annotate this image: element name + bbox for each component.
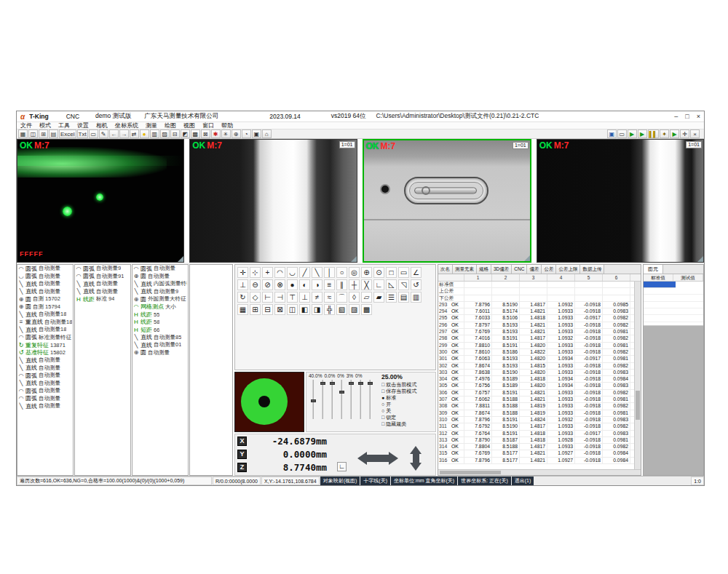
menu-item[interactable]: 测量 [142, 122, 161, 129]
tool-icon[interactable]: ◎ [349, 267, 360, 278]
light-option[interactable]: □ 锁定 [381, 414, 433, 420]
table-row[interactable]: 310OK 7.8796 8.5191 1.4824 1.0932 -0.091… [438, 417, 641, 423]
column-header[interactable]: 2 [492, 274, 520, 281]
toolbar-icon[interactable]: ← [109, 129, 119, 138]
toolbar-icon[interactable]: ▣ [252, 129, 261, 138]
table-row[interactable]: 296OK 7.8797 8.5193 1.4821 1.0933 -0.091… [438, 322, 641, 329]
tool-icon[interactable]: ╲ [312, 267, 323, 278]
angle-button[interactable]: ∟ [337, 462, 347, 471]
list-item[interactable]: ◠ 圆弧 自动测量91 [75, 273, 130, 281]
list-item[interactable]: ╲ 直线 自动测量 [17, 402, 73, 410]
menu-item[interactable]: 窗口 [199, 122, 218, 129]
column-header[interactable]: 5 [575, 274, 603, 281]
toolbar-icon[interactable]: ▶ [670, 129, 679, 138]
menu-item[interactable]: 绘图 [161, 122, 180, 129]
status-toggle[interactable]: 世界坐标系: 正在(关) [458, 477, 511, 485]
light-option[interactable]: ● 标准 [381, 394, 433, 401]
list-item[interactable]: ╲ 直线 自动测量 [17, 356, 73, 364]
slider-thumb[interactable] [358, 382, 363, 385]
table-row[interactable]: 302OK 7.8674 8.5193 1.4815 1.0933 -0.091… [438, 363, 641, 370]
tool-icon[interactable]: ⊣ [274, 292, 285, 303]
jog-horizontal-arrow[interactable] [357, 452, 398, 465]
table-row[interactable]: 314OK 7.8804 8.5188 1.4817 1.0933 -0.091… [438, 444, 641, 450]
tool-icon[interactable]: ▤ [398, 292, 409, 303]
tool-icon[interactable]: ⊥ [237, 279, 248, 290]
table-row[interactable]: 300OK 7.8610 8.5186 1.4822 1.0933 -0.091… [438, 349, 641, 356]
resize-grip[interactable] [351, 256, 357, 262]
table-row[interactable]: 304OK 7.4976 8.5189 1.4818 1.0934 -0.091… [438, 376, 641, 383]
toolbar-icon[interactable]: ✎ [99, 129, 108, 138]
tool-icon[interactable]: ⊞ [250, 304, 261, 315]
status-toggle[interactable]: 十字线(关) [360, 477, 390, 485]
table-row[interactable]: 305OK 7.6756 8.5189 1.4820 1.0934 -0.091… [438, 383, 641, 389]
scrollbar-thumb[interactable] [636, 391, 640, 420]
list-item[interactable]: H 短距 66 [132, 326, 188, 334]
toolbar-icon[interactable]: × [690, 129, 700, 138]
table-row[interactable]: 293OK 7.8796 8.5190 1.4817 1.0932 -0.091… [438, 302, 641, 308]
tool-icon[interactable]: ⊕ [361, 267, 372, 278]
toolbar-icon[interactable]: ◩ [181, 129, 190, 138]
list-item[interactable]: ◠ 圆弧 自动测量 [17, 372, 73, 380]
tool-icon[interactable]: ◡ [287, 267, 298, 278]
scrollbar-thumb[interactable] [440, 471, 501, 474]
table-row[interactable]: 下公差 [438, 295, 641, 302]
toolbar-icon[interactable]: ⊕ [232, 129, 241, 138]
slider-thumb[interactable] [311, 399, 316, 402]
tool-icon[interactable]: ⊢ [262, 292, 273, 303]
table-row[interactable]: 316OK 7.8796 8.5177 1.4821 1.0927 -0.091… [438, 458, 641, 464]
light-slider[interactable] [368, 380, 373, 419]
list-item[interactable]: ◠ 圆弧 标准测量特征 [17, 334, 73, 342]
light-slider[interactable] [339, 380, 344, 419]
light-slider[interactable] [320, 380, 325, 419]
table-row[interactable]: 307OK 7.6062 8.5188 1.4821 1.0933 -0.091… [438, 396, 641, 403]
column-header[interactable]: 3 [520, 274, 547, 281]
tool-icon[interactable]: ▰ [373, 292, 384, 303]
tool-icon[interactable]: □ [386, 267, 397, 278]
selected-cell-highlight[interactable] [644, 282, 676, 288]
toolbar-icon[interactable]: ▭ [617, 129, 627, 138]
ring-light-preview[interactable] [234, 372, 304, 432]
toolbar-icon[interactable]: → [119, 129, 129, 138]
toolbar-icon[interactable]: ⊟ [170, 129, 180, 138]
tool-icon[interactable]: ◐ [299, 279, 310, 290]
tool-icon[interactable]: ☰ [386, 292, 397, 303]
tool-icon[interactable]: ⊙ [373, 267, 384, 278]
light-option[interactable]: □ 保存当前模式 [381, 388, 433, 394]
light-option[interactable]: ○ 开 [381, 401, 433, 407]
toolbar-icon[interactable]: ▭ [89, 129, 98, 138]
tool-icon[interactable]: ▥ [411, 292, 422, 303]
tool-icon[interactable]: ⌒ [336, 292, 347, 303]
table-tab[interactable]: 3D偏差 [491, 265, 512, 274]
table-row[interactable]: 313OK 7.8790 8.5187 1.4818 1.0928 -0.091… [438, 437, 641, 444]
tool-icon[interactable]: ⊤ [287, 292, 298, 303]
table-row[interactable]: 294OK 7.6011 8.5174 1.4821 1.0933 -0.091… [438, 308, 641, 315]
menu-item[interactable]: 文件 [17, 122, 36, 129]
list-item[interactable]: ╲ 直线 自动测量18 [17, 311, 73, 319]
tool-icon[interactable]: ╱ [299, 267, 310, 278]
resize-grip[interactable] [697, 256, 703, 262]
list-item[interactable]: ╲ 直线 自动测量 [17, 280, 73, 288]
table-tab[interactable]: 数据上传 [580, 265, 604, 274]
table-tab[interactable]: 公差 [542, 265, 556, 274]
tool-icon[interactable]: ⊟ [262, 304, 273, 315]
tool-icon[interactable]: ⊖ [250, 279, 261, 290]
light-slider[interactable] [349, 380, 354, 419]
table-row[interactable]: 308OK 7.8811 8.5188 1.4819 1.0933 -0.091… [438, 403, 641, 410]
list-item[interactable]: ╲ 直线 自动测量 [17, 380, 73, 388]
list-item[interactable]: ◠ 圆弧 自动测量 [17, 395, 73, 403]
tool-icon[interactable]: ◧ [299, 304, 310, 315]
column-header[interactable]: 6 [603, 274, 630, 281]
slider-thumb[interactable] [368, 382, 373, 385]
toolbar-icon[interactable]: ◫ [28, 129, 38, 138]
table-tab[interactable]: CNC [512, 265, 527, 274]
tool-icon[interactable]: ◫ [287, 304, 298, 315]
tool-icon[interactable]: ⊘ [262, 279, 273, 290]
menu-item[interactable]: 视图 [180, 122, 199, 129]
tool-icon[interactable]: ↻ [237, 292, 248, 303]
jog-vertical-arrow[interactable] [410, 446, 422, 471]
tool-icon[interactable]: ● [287, 279, 298, 290]
list-item[interactable]: ╲ 直线 自动测量18 [17, 326, 73, 334]
status-toggle[interactable]: 退出(1) [512, 477, 534, 485]
list-item[interactable]: ╲ 直线 自动测量9 [132, 288, 188, 296]
list-item[interactable]: ⊕ 圆 自动测量 [132, 349, 188, 357]
